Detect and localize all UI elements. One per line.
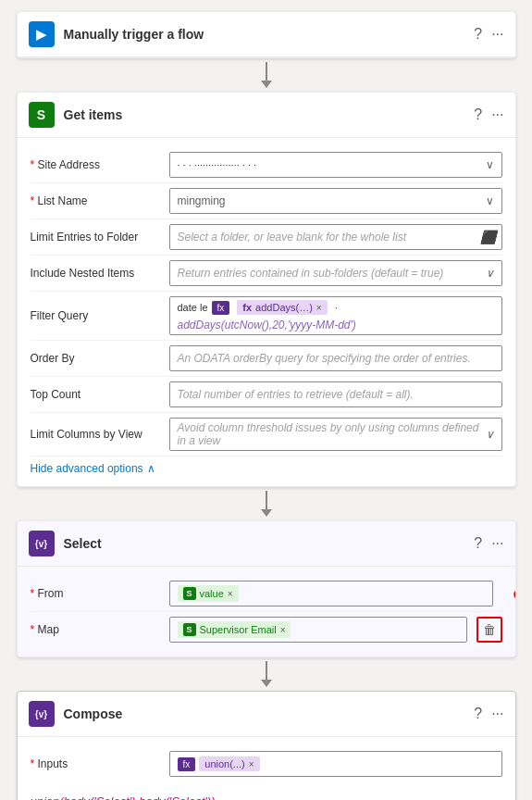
map-row: Map S Supervisor Email × 🗑 (31, 612, 502, 647)
compose-more-icon[interactable]: ··· (491, 706, 503, 722)
adddays-token-icon: fx (242, 302, 252, 313)
get-items-help-icon[interactable]: ? (474, 106, 482, 123)
connector-arrow-1 (261, 81, 272, 88)
value-token-icon: S (183, 587, 196, 600)
filter-query-label: Filter Query (31, 309, 160, 322)
filter-query-dot: · (335, 301, 338, 314)
union-close[interactable]: × (249, 759, 254, 769)
value-token-close[interactable]: × (228, 589, 233, 599)
top-count-row: Top Count Total number of entries to ret… (31, 377, 502, 413)
limit-entries-label: Limit Entries to Folder (31, 231, 160, 244)
limit-entries-value: Select a folder, or leave blank for the … (178, 231, 406, 244)
connector-arrow-2 (261, 509, 272, 517)
site-address-input[interactable]: · · · ················ · · · ∨ (169, 152, 502, 178)
from-label: From (31, 587, 160, 600)
limit-columns-label: Limit Columns by View (31, 428, 160, 441)
hide-advanced-link[interactable]: Hide advanced options ∧ (31, 456, 502, 477)
trigger-title: Manually trigger a flow (64, 27, 465, 42)
flow-canvas: ▶ Manually trigger a flow ? ··· S Get it… (11, 11, 521, 800)
select-body: From S value × Click Map S (18, 567, 515, 656)
order-by-row: Order By An ODATA orderBy query for spec… (31, 341, 502, 377)
delete-icon: 🗑 (483, 622, 496, 637)
list-name-input[interactable]: mingming ∨ (169, 188, 502, 214)
value-token: S value × (178, 585, 239, 602)
compose-card: {v} Compose ? ··· Inputs fx union(...) × (17, 691, 516, 800)
get-items-actions: ? ··· (474, 106, 503, 123)
connector-line-1 (266, 62, 267, 81)
select-icon: {v} (29, 531, 55, 556)
get-items-more-icon[interactable]: ··· (491, 106, 503, 123)
supervisor-email-token-icon: S (183, 623, 196, 636)
site-address-row: Site Address · · · ················ · · … (31, 147, 502, 183)
trigger-icon: ▶ (29, 21, 55, 47)
top-count-label: Top Count (31, 388, 160, 401)
trigger-actions: ? ··· (474, 26, 503, 43)
connector-2 (261, 491, 272, 517)
top-count-value: Total number of entries to retrieve (def… (178, 388, 414, 401)
connector-3 (261, 661, 272, 687)
select-card: {v} Select ? ··· From S value × Clic (17, 520, 516, 657)
filter-formula-text: addDays(utcNow(),20,'yyyy-MM-dd') (178, 319, 356, 331)
get-items-header: S Get items ? ··· (18, 93, 515, 138)
compose-help-icon[interactable]: ? (474, 706, 482, 722)
order-by-value: An ODATA orderBy query for specifying th… (178, 352, 471, 365)
fx-token: fx (212, 301, 230, 315)
connector-line-2 (266, 491, 267, 509)
adddays-close[interactable]: × (316, 303, 322, 313)
include-nested-caret: ∨ (486, 267, 494, 280)
connector-line-3 (266, 661, 267, 680)
include-nested-input[interactable]: Return entries contained in sub-folders … (169, 260, 502, 286)
click-label: Click (513, 586, 516, 602)
include-nested-row: Include Nested Items Return entries cont… (31, 256, 502, 292)
fx-icon: fx (217, 303, 225, 313)
connector-arrow-3 (261, 680, 272, 687)
compose-title: Compose (64, 706, 465, 721)
inputs-input[interactable]: fx union(...) × (169, 751, 502, 777)
union-formula-text: union(body('Select'),body('Select')) (18, 791, 515, 800)
select-header: {v} Select ? ··· (18, 521, 515, 567)
union-token-text: union(...) (204, 758, 244, 769)
select-title: Select (64, 536, 465, 551)
filter-query-prefix: date le (178, 302, 208, 313)
order-by-input[interactable]: An ODATA orderBy query for specifying th… (169, 345, 502, 371)
trigger-more-icon[interactable]: ··· (491, 26, 503, 43)
hide-advanced-text: Hide advanced options (31, 462, 143, 475)
value-token-text: value (200, 588, 224, 599)
list-name-label: List Name (31, 194, 160, 207)
filter-query-row: Filter Query date le fx fx addDays(…) × … (31, 292, 502, 341)
limit-columns-input[interactable]: Avoid column threshold issues by only us… (169, 418, 502, 451)
limit-columns-caret: ∨ (486, 428, 494, 441)
supervisor-email-close[interactable]: × (280, 625, 286, 635)
site-address-value: · · · ················ · · · (178, 159, 257, 170)
site-address-label: Site Address (31, 158, 160, 171)
filter-query-input[interactable]: date le fx fx addDays(…) × · addDays(utc… (169, 296, 502, 335)
compose-actions: ? ··· (474, 706, 503, 722)
site-address-caret: ∨ (486, 158, 494, 171)
trigger-help-icon[interactable]: ? (474, 26, 482, 43)
inputs-label: Inputs (31, 757, 160, 770)
get-items-body: Site Address · · · ················ · · … (18, 138, 515, 486)
map-input[interactable]: S Supervisor Email × (169, 617, 467, 643)
supervisor-email-token: S Supervisor Email × (178, 621, 291, 638)
select-help-icon[interactable]: ? (474, 535, 482, 552)
connector-1 (261, 62, 272, 88)
inputs-fx-icon: fx (183, 759, 191, 769)
trigger-card-header: ▶ Manually trigger a flow ? ··· (18, 12, 515, 57)
compose-header: {v} Compose ? ··· (18, 692, 515, 737)
inputs-fx-token: fx (178, 757, 196, 771)
map-label: Map (31, 623, 160, 636)
top-count-input[interactable]: Total number of entries to retrieve (def… (169, 381, 502, 407)
limit-entries-input[interactable]: Select a folder, or leave blank for the … (169, 224, 502, 250)
from-input[interactable]: S value × (169, 581, 493, 606)
limit-entries-row: Limit Entries to Folder Select a folder,… (31, 219, 502, 256)
limit-columns-value: Avoid column threshold issues by only us… (178, 421, 486, 447)
supervisor-email-token-text: Supervisor Email (200, 624, 277, 635)
get-items-icon: S (29, 102, 55, 128)
union-token: union(...) × (199, 756, 259, 771)
select-more-icon[interactable]: ··· (491, 535, 503, 552)
get-items-card: S Get items ? ··· Site Address · · · ···… (17, 92, 516, 487)
order-by-label: Order By (31, 352, 160, 365)
limit-columns-row: Limit Columns by View Avoid column thres… (31, 413, 502, 456)
map-delete-button[interactable]: 🗑 (476, 617, 502, 643)
compose-icon: {v} (29, 701, 55, 727)
